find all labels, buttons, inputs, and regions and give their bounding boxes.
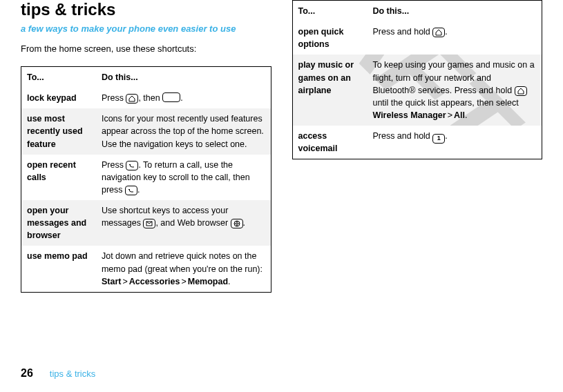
col-header-to: To... bbox=[292, 1, 367, 22]
page-subtitle: a few ways to make your phone even easie… bbox=[21, 23, 271, 34]
body-text: Press bbox=[102, 93, 126, 103]
body-text: . bbox=[445, 131, 447, 141]
table-row: open recent callsPress . To return a cal… bbox=[21, 155, 271, 200]
page-content: tips & tricks a few ways to make your ph… bbox=[0, 0, 563, 293]
menu-path-item: Start bbox=[102, 277, 121, 286]
page-number: 26 bbox=[21, 367, 33, 380]
body-text: Press and hold bbox=[372, 131, 432, 141]
table-row: use most recently used featureIcons for … bbox=[21, 108, 271, 154]
row-instruction: Jot down and retrieve quick notes on the… bbox=[96, 246, 271, 292]
col-header-do: Do this... bbox=[96, 67, 271, 88]
left-tbody: lock keypadPress , then .use most recent… bbox=[21, 88, 271, 292]
key-home-icon bbox=[126, 94, 138, 104]
body-text: . bbox=[243, 218, 245, 228]
row-instruction: Press . To return a call, use the naviga… bbox=[96, 155, 271, 200]
menu-path-separator: > bbox=[122, 277, 127, 286]
table-row: play music or games on an airplaneTo kee… bbox=[292, 55, 542, 126]
body-text: Press and hold bbox=[372, 27, 432, 37]
table-row: open quick optionsPress and hold . bbox=[292, 21, 542, 55]
body-text: , and Web browser bbox=[155, 218, 230, 228]
menu-path-item: All bbox=[454, 110, 465, 120]
menu-path-separator: > bbox=[448, 110, 452, 120]
page-title: tips & tricks bbox=[21, 0, 271, 19]
menu-path-item: Memopad bbox=[188, 277, 228, 286]
shortcuts-table-right: To... Do this... open quick optionsPress… bbox=[292, 0, 543, 159]
body-text: Icons for your most recently used featur… bbox=[102, 114, 264, 148]
key-send-icon bbox=[126, 161, 138, 170]
row-instruction: Press and hold 1. bbox=[367, 126, 542, 159]
body-text: To keep using your games and music on a … bbox=[372, 60, 534, 95]
body-text: . bbox=[137, 185, 140, 195]
menu-path-item: Accessories bbox=[129, 277, 180, 286]
row-action: open recent calls bbox=[21, 155, 96, 200]
row-action: use most recently used feature bbox=[21, 108, 96, 154]
key-send-icon bbox=[125, 186, 137, 195]
table-row: open your messages and browserUse shortc… bbox=[21, 200, 271, 246]
body-text: , then bbox=[138, 93, 162, 103]
row-instruction: To keep using your games and music on a … bbox=[367, 55, 542, 126]
row-instruction: Icons for your most recently used featur… bbox=[96, 108, 271, 154]
body-text: Jot down and retrieve quick notes on the… bbox=[102, 251, 263, 273]
left-column: tips & tricks a few ways to make your ph… bbox=[21, 0, 271, 293]
body-text: Press bbox=[102, 160, 126, 170]
key-mail-icon bbox=[143, 219, 155, 228]
page-footer: 26 tips & tricks bbox=[21, 367, 95, 380]
row-action: access voicemail bbox=[292, 126, 367, 159]
key-one-icon: 1 bbox=[432, 134, 445, 144]
right-tbody: open quick optionsPress and hold .play m… bbox=[292, 21, 542, 159]
row-action: open your messages and browser bbox=[21, 200, 96, 246]
key-globe-icon bbox=[231, 219, 243, 228]
row-action: lock keypad bbox=[21, 88, 96, 108]
body-text: . bbox=[228, 277, 230, 286]
row-instruction: Use shortcut keys to access your message… bbox=[96, 200, 271, 246]
intro-text: From the home screen, use these shortcut… bbox=[21, 43, 271, 54]
row-action: open quick options bbox=[292, 21, 367, 55]
table-row: access voicemailPress and hold 1. bbox=[292, 126, 542, 159]
row-action: play music or games on an airplane bbox=[292, 55, 367, 126]
table-row: lock keypadPress , then . bbox=[21, 88, 271, 108]
body-text: . bbox=[180, 93, 182, 103]
col-header-to: To... bbox=[21, 67, 96, 88]
right-column: To... Do this... open quick optionsPress… bbox=[292, 0, 543, 293]
menu-path-separator: > bbox=[181, 277, 186, 286]
table-row: use memo padJot down and retrieve quick … bbox=[21, 246, 271, 292]
footer-section: tips & tricks bbox=[50, 369, 95, 379]
menu-path-item: Wireless Manager bbox=[372, 110, 446, 120]
key-home-icon bbox=[432, 28, 445, 37]
shortcuts-table-left: To... Do this... lock keypadPress , then… bbox=[21, 66, 271, 293]
col-header-do: Do this... bbox=[367, 1, 542, 22]
row-instruction: Press , then . bbox=[96, 88, 271, 108]
row-instruction: Press and hold . bbox=[367, 21, 542, 55]
body-text: until the quick list appears, then selec… bbox=[372, 98, 518, 108]
key-home-icon bbox=[515, 86, 527, 96]
body-text: . bbox=[445, 27, 447, 37]
body-text: . bbox=[465, 110, 467, 120]
row-action: use memo pad bbox=[21, 246, 96, 292]
key-space-icon bbox=[162, 92, 180, 102]
